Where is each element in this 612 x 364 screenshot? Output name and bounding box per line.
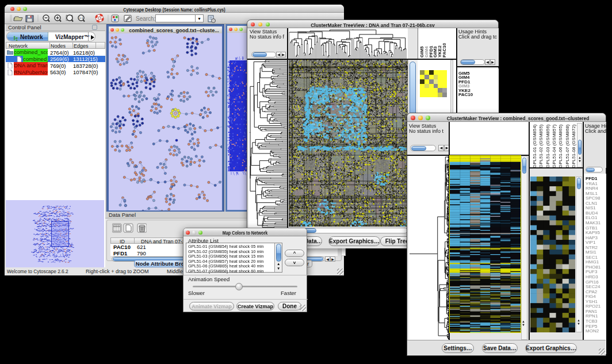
svg-text:1:1: 1:1 [79,16,83,20]
